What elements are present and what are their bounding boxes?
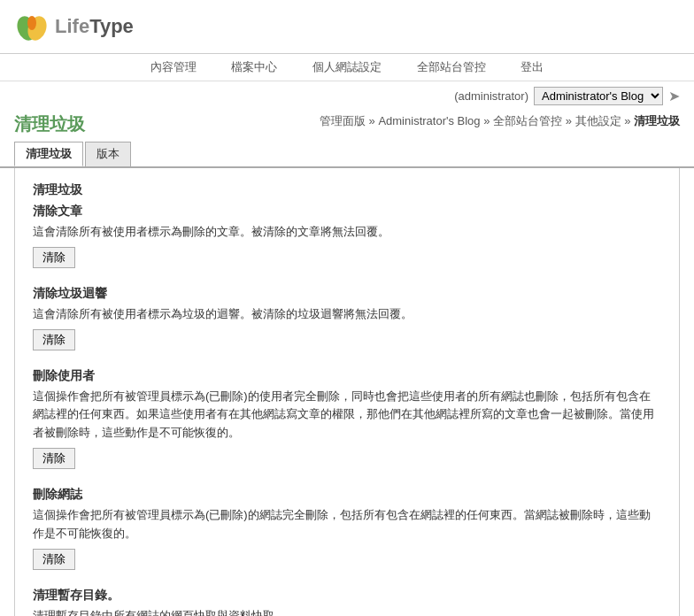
nav-content[interactable]: 內容管理 [150,60,197,73]
section-delete-blogs: 刪除網誌 這個操作會把所有被管理員標示為(已刪除)的網誌完全刪除，包括所有包含在… [33,487,661,570]
group-title: 清理垃圾 [33,182,661,198]
page-title: 清理垃圾 [14,112,85,136]
logo-text: LifeType [55,15,134,38]
breadcrumb-item-3[interactable]: 全部站台管控 [493,114,562,127]
section-title-2: 清除垃圾迴響 [33,286,661,302]
main-content: 清理垃圾 清除文章 這會清除所有被使用者標示為刪除的文章。被清除的文章將無法回覆… [14,168,680,616]
section-delete-spam: 清除垃圾迴響 這會清除所有被使用者標示為垃圾的迴響。被清除的垃圾迴響將無法回覆。… [33,286,661,350]
clear-btn-1[interactable]: 清除 [33,247,75,268]
section-title-3: 刪除使用者 [33,368,661,384]
nav-personal[interactable]: 個人網誌設定 [312,60,382,73]
clear-btn-3[interactable]: 清除 [33,448,75,469]
header: LifeType [0,0,694,54]
navbar: 內容管理 檔案中心 個人網誌設定 全部站台管控 登出 [0,54,694,81]
nav-logout[interactable]: 登出 [520,60,544,73]
nav-files[interactable]: 檔案中心 [231,60,277,73]
section-desc-3: 這個操作會把所有被管理員標示為(已刪除)的使用者完全刪除，同時也會把這些使用者的… [33,388,661,443]
section-clear-cache: 清理暫存目錄。 清理暫存目錄中所有網誌的網頁快取與資料快取。 清除 [33,588,661,616]
nav-admin[interactable]: 全部站台管控 [417,60,486,73]
section-desc-4: 這個操作會把所有被管理員標示為(已刪除)的網誌完全刪除，包括所有包含在網誌裡的任… [33,506,661,543]
blog-select[interactable]: Administrator's Blog [534,87,663,105]
section-delete-users: 刪除使用者 這個操作會把所有被管理員標示為(已刪除)的使用者完全刪除，同時也會把… [33,368,661,469]
section-title-1: 清除文章 [33,204,661,219]
tab-version[interactable]: 版本 [85,142,131,166]
clear-btn-4[interactable]: 清除 [33,549,75,570]
breadcrumb-current: 清理垃圾 [634,114,680,127]
tabs: 清理垃圾 版本 [0,142,694,168]
section-delete-articles: 清除文章 這會清除所有被使用者標示為刪除的文章。被清除的文章將無法回覆。 清除 [33,204,661,268]
logo-icon [14,9,50,44]
tab-cleanup[interactable]: 清理垃圾 [14,142,83,166]
section-desc-1: 這會清除所有被使用者標示為刪除的文章。被清除的文章將無法回覆。 [33,223,661,242]
logo-type: Type [89,15,134,37]
logo-life: Life [55,15,89,37]
section-title-4: 刪除網誌 [33,487,661,503]
breadcrumb-area: 清理垃圾 管理面版 » Administrator's Blog » 全部站台管… [0,109,694,142]
clear-btn-2[interactable]: 清除 [33,329,75,350]
breadcrumb-item-1[interactable]: 管理面版 [320,114,366,127]
top-right-bar: (administrator) Administrator's Blog ➤ [0,81,694,109]
svg-point-2 [27,16,36,30]
admin-label: (administrator) [454,89,528,103]
breadcrumb: 管理面版 » Administrator's Blog » 全部站台管控 » 其… [320,112,680,131]
breadcrumb-item-4[interactable]: 其他設定 [575,114,621,127]
section-desc-2: 這會清除所有被使用者標示為垃圾的迴響。被清除的垃圾迴響將無法回覆。 [33,305,661,324]
logo-area[interactable]: LifeType [14,9,134,44]
breadcrumb-item-2[interactable]: Administrator's Blog [378,114,480,127]
go-icon[interactable]: ➤ [668,88,680,104]
section-title-5: 清理暫存目錄。 [33,588,661,604]
section-desc-5: 清理暫存目錄中所有網誌的網頁快取與資料快取。 [33,607,661,616]
